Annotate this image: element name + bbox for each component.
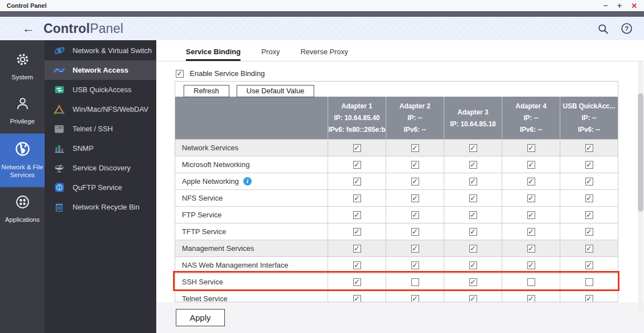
enable-service-binding-checkbox[interactable]: ✓ [176, 70, 184, 78]
checkbox-checked[interactable]: ✓ [585, 228, 593, 236]
sidebar-item-quftp-service[interactable]: QuFTP Service [45, 178, 156, 197]
sidebar-item-usb-quickaccess[interactable]: USB QuickAccess [45, 80, 156, 99]
close-button[interactable]: ✕ [631, 2, 637, 9]
checkbox-checked[interactable]: ✓ [353, 194, 361, 202]
checkbox-checked[interactable]: ✓ [469, 261, 477, 269]
binding-cell: ✓ [560, 223, 618, 240]
window-border-strip [0, 11, 644, 17]
sidebar-item-label: Applications [5, 216, 40, 223]
window-titlebar: Control Panel − + ✕ [0, 0, 644, 11]
checkbox-checked[interactable]: ✓ [585, 194, 593, 202]
binding-cell: ✓ [328, 274, 386, 290]
checkbox-checked[interactable]: ✓ [469, 245, 477, 253]
checkbox-checked[interactable]: ✓ [353, 261, 361, 269]
checkbox-checked[interactable]: ✓ [353, 278, 361, 286]
binding-cell: ✓ [386, 291, 444, 302]
sidebar-item-telnet-ssh[interactable]: >- Telnet / SSH [45, 119, 156, 139]
checkbox-checked[interactable]: ✓ [411, 161, 419, 169]
binding-cell: ✓ [328, 173, 386, 189]
binding-cell: ✓ [328, 223, 386, 240]
sidebar-item-network-access[interactable]: Network Access [45, 60, 156, 80]
checkbox-checked[interactable]: ✓ [469, 178, 477, 185]
checkbox-checked[interactable]: ✓ [353, 178, 361, 185]
service-label: Telnet Service [175, 291, 328, 302]
checkbox-checked[interactable]: ✓ [469, 144, 477, 152]
sidebar-item-system[interactable]: System [0, 45, 45, 89]
sidebar-item-service-discovery[interactable]: Service Discovery [45, 158, 156, 178]
sidebar-item-privilege[interactable]: Privilege [0, 89, 45, 133]
checkbox-checked[interactable]: ✓ [469, 228, 477, 236]
checkbox-checked[interactable]: ✓ [411, 228, 419, 236]
refresh-button[interactable]: Refresh [184, 85, 229, 97]
sidebar-item-network-recycle-bin[interactable]: Network Recycle Bin [45, 197, 156, 217]
checkbox-checked[interactable]: ✓ [411, 144, 419, 152]
sidebar-item-snmp[interactable]: SNMP [45, 139, 156, 158]
checkbox-checked[interactable]: ✓ [585, 211, 593, 219]
checkbox-checked[interactable]: ✓ [527, 144, 535, 152]
binding-cell: ✓ [560, 291, 618, 302]
checkbox-checked[interactable]: ✓ [469, 161, 477, 169]
back-arrow-icon[interactable]: ← [22, 22, 35, 35]
table-row-network-services: Network Services✓✓✓✓✓ [175, 139, 618, 156]
help-icon[interactable]: ? [621, 22, 633, 35]
scrollbar-thumb[interactable] [638, 93, 643, 212]
checkbox-checked[interactable]: ✓ [353, 295, 361, 303]
search-icon[interactable] [597, 22, 609, 35]
checkbox-checked[interactable]: ✓ [469, 211, 477, 219]
checkbox-checked[interactable]: ✓ [585, 245, 593, 253]
checkbox-checked[interactable]: ✓ [585, 161, 593, 169]
checkbox-checked[interactable]: ✓ [527, 261, 535, 269]
checkbox-unchecked[interactable] [411, 278, 419, 286]
checkbox-checked[interactable]: ✓ [353, 144, 361, 152]
checkbox-checked[interactable]: ✓ [411, 295, 419, 303]
checkbox-checked[interactable]: ✓ [527, 178, 535, 185]
vertical-scrollbar[interactable] [638, 61, 643, 314]
checkbox-checked[interactable]: ✓ [585, 261, 593, 269]
tab-reverse-proxy[interactable]: Reverse Proxy [300, 47, 348, 61]
checkbox-checked[interactable]: ✓ [411, 178, 419, 185]
checkbox-checked[interactable]: ✓ [411, 261, 419, 269]
sidebar-item-network-file-services[interactable]: Network & File Services [0, 134, 45, 187]
service-label: FTP Service [175, 207, 328, 223]
binding-cell: ✓ [502, 223, 560, 240]
checkbox-checked[interactable]: ✓ [411, 211, 419, 219]
checkbox-checked[interactable]: ✓ [353, 161, 361, 169]
checkbox-checked[interactable]: ✓ [469, 295, 477, 303]
checkbox-checked[interactable]: ✓ [585, 178, 593, 185]
table-row-management-services: Management Services✓✓✓✓✓ [175, 240, 618, 256]
checkbox-checked[interactable]: ✓ [527, 295, 535, 303]
checkbox-checked[interactable]: ✓ [411, 194, 419, 202]
checkbox-checked[interactable]: ✓ [353, 228, 361, 236]
sidebar-item-win-mac-nfs-webdav[interactable]: Win/Mac/NFS/WebDAV [45, 99, 156, 119]
checkbox-checked[interactable]: ✓ [585, 144, 593, 152]
checkbox-checked[interactable]: ✓ [527, 161, 535, 169]
checkbox-checked[interactable]: ✓ [353, 245, 361, 253]
checkbox-checked[interactable]: ✓ [585, 295, 593, 303]
binding-cell: ✓ [328, 207, 386, 223]
sidebar-item-applications[interactable]: Applications [0, 187, 45, 231]
checkbox-checked[interactable]: ✓ [527, 245, 535, 253]
checkbox-unchecked[interactable] [527, 278, 535, 286]
checkbox-unchecked[interactable] [585, 278, 593, 286]
checkbox-checked[interactable]: ✓ [353, 211, 361, 219]
binding-cell [560, 274, 618, 290]
table-row-ssh-service: SSH Service✓✓ [175, 273, 618, 290]
checkbox-checked[interactable]: ✓ [527, 211, 535, 219]
table-toolbar: Refresh Use Default Value [175, 82, 618, 97]
table-header-row: Adapter 1IP: 10.64.85.40IPv6: fe80::265e… [175, 97, 618, 139]
checkbox-checked[interactable]: ✓ [469, 278, 477, 286]
table-row-apple-networking: Apple Networkingi✓✓✓✓✓ [175, 173, 618, 189]
maximize-button[interactable]: + [617, 2, 622, 9]
sidebar-item-network-virtual-switch[interactable]: Network & Virtual Switch [45, 41, 156, 60]
tab-service-binding[interactable]: Service Binding [186, 47, 241, 61]
checkbox-checked[interactable]: ✓ [411, 245, 419, 253]
checkbox-checked[interactable]: ✓ [527, 228, 535, 236]
minimize-button[interactable]: − [603, 2, 608, 9]
apply-button[interactable]: Apply [176, 309, 225, 326]
use-default-value-button[interactable]: Use Default Value [237, 85, 315, 97]
checkbox-checked[interactable]: ✓ [527, 194, 535, 202]
checkbox-checked[interactable]: ✓ [469, 194, 477, 202]
info-icon[interactable]: i [243, 177, 252, 185]
binding-cell [502, 274, 560, 290]
tab-proxy[interactable]: Proxy [261, 47, 280, 61]
